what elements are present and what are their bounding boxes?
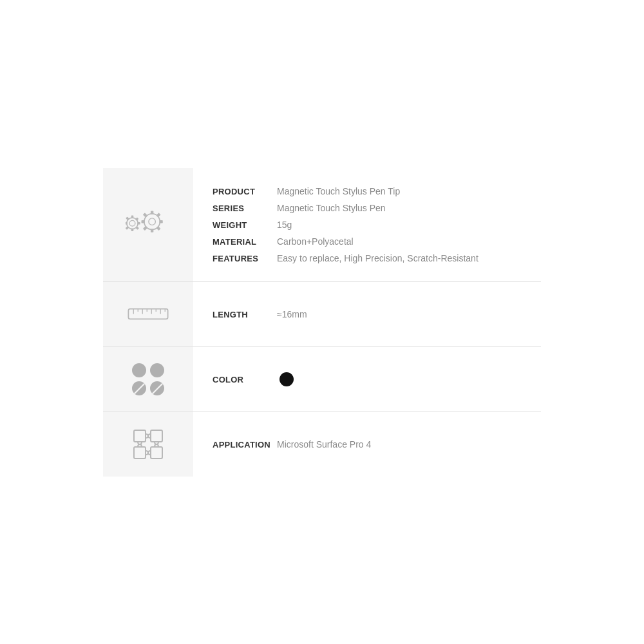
svg-point-1 [129, 220, 135, 226]
material-row: MATERIAL Carbon+Polyacetal [213, 236, 522, 247]
svg-rect-2 [131, 215, 134, 218]
color-dot-slash-2 [150, 381, 164, 395]
color-dot-slash-1 [132, 381, 146, 395]
svg-rect-31 [134, 447, 146, 459]
product-label: PRODUCT [213, 186, 277, 196]
svg-rect-3 [131, 228, 134, 231]
color-swatch-black [279, 372, 294, 386]
section-length: LENGTH ≈16mm [103, 282, 541, 347]
product-value: Magnetic Touch Stylus Pen Tip [277, 186, 522, 196]
svg-rect-6 [135, 217, 139, 221]
svg-rect-14 [160, 220, 163, 223]
svg-point-11 [149, 218, 156, 225]
series-value: Magnetic Touch Stylus Pen [277, 203, 522, 213]
color-dot-2 [150, 363, 164, 377]
section-color: COLOR [103, 347, 541, 412]
puzzle-icon [103, 412, 193, 477]
length-content: LENGTH ≈16mm [193, 282, 327, 346]
color-dot-1 [132, 363, 146, 377]
application-label: APPLICATION [213, 439, 277, 450]
length-value: ≈16mm [277, 309, 307, 319]
svg-rect-4 [137, 222, 140, 225]
svg-rect-16 [156, 213, 161, 217]
application-content: APPLICATION Microsoft Surface Pro 4 [193, 412, 390, 477]
svg-rect-5 [126, 222, 128, 225]
weight-row: WEIGHT 15g [213, 220, 522, 230]
ruler-icon [103, 282, 193, 346]
features-value: Easy to replace, High Precision, Scratch… [277, 253, 522, 263]
section-application: APPLICATION Microsoft Surface Pro 4 [103, 412, 541, 477]
application-value: Microsoft Surface Pro 4 [277, 439, 371, 450]
product-row: PRODUCT Magnetic Touch Stylus Pen Tip [213, 186, 522, 196]
product-content: PRODUCT Magnetic Touch Stylus Pen Tip SE… [193, 168, 541, 281]
colors-icon [103, 347, 193, 412]
section-product: PRODUCT Magnetic Touch Stylus Pen Tip SE… [103, 168, 541, 282]
features-row: FEATURES Easy to replace, High Precision… [213, 253, 522, 263]
gears-icon [103, 168, 193, 281]
length-label: LENGTH [213, 309, 277, 319]
series-row: SERIES Magnetic Touch Stylus Pen [213, 203, 522, 213]
svg-rect-13 [151, 229, 153, 232]
colors-grid [132, 363, 164, 395]
svg-rect-20 [128, 308, 167, 319]
material-label: MATERIAL [213, 236, 277, 247]
series-label: SERIES [213, 203, 277, 213]
features-label: FEATURES [213, 253, 277, 263]
color-label: COLOR [213, 374, 277, 384]
svg-rect-29 [134, 430, 146, 442]
material-value: Carbon+Polyacetal [277, 236, 522, 247]
weight-label: WEIGHT [213, 220, 277, 230]
svg-rect-19 [156, 226, 161, 231]
spec-container: PRODUCT Magnetic Touch Stylus Pen Tip SE… [103, 168, 541, 477]
svg-rect-15 [142, 220, 145, 223]
svg-rect-32 [151, 447, 162, 459]
svg-rect-30 [151, 430, 162, 442]
weight-value: 15g [277, 220, 522, 230]
color-content: COLOR [193, 347, 313, 412]
svg-rect-12 [151, 211, 153, 214]
